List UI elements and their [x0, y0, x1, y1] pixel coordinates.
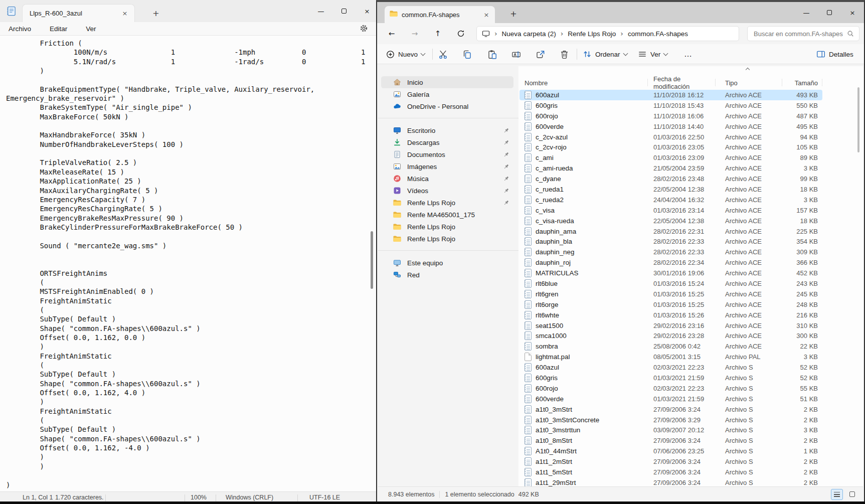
table-row[interactable]: 600verde 11/10/2018 14:40 Archivo ACE 49…: [520, 121, 822, 132]
menu-ver[interactable]: Ver: [84, 24, 98, 34]
sidebar-item[interactable]: Documentos: [381, 148, 513, 160]
sidebar-item[interactable]: OneDrive - Personal: [381, 100, 513, 112]
sidebar-item[interactable]: Imágenes: [381, 160, 513, 173]
table-row[interactable]: 600gris 01/03/2021 21:59 Archivo S 52 KB: [520, 373, 822, 383]
table-row[interactable]: 600azul 02/03/2021 22:23 Archivo S 52 KB: [520, 362, 822, 373]
sidebar-item[interactable]: Renfe Llps Rojo: [381, 197, 513, 209]
close-button[interactable]: ×: [841, 2, 864, 23]
paste-button[interactable]: [483, 46, 501, 62]
notepad-document-tab[interactable]: Llps_R-600_3azul ×: [22, 4, 135, 22]
breadcrumb-item[interactable]: common.FA-shapes: [625, 29, 691, 39]
menu-archivo[interactable]: Archivo: [7, 24, 33, 34]
table-row[interactable]: sombra 25/08/2006 0:42 Archivo ACE 22 KB: [520, 341, 822, 352]
column-header-type[interactable]: Tipo: [715, 79, 782, 87]
zoom-level[interactable]: 100%: [191, 494, 207, 501]
minimize-button[interactable]: —: [795, 2, 818, 23]
table-row[interactable]: c_2cv-azul 01/03/2016 22:50 Archivo ACE …: [520, 132, 822, 142]
refresh-button[interactable]: [452, 26, 469, 41]
table-row[interactable]: 600rojo 02/03/2021 22:23 Archivo S 55 KB: [520, 383, 822, 394]
table-row[interactable]: MATRICULAS 30/01/2016 19:06 Archivo ACE …: [520, 268, 822, 278]
search-box[interactable]: [747, 26, 859, 41]
table-row[interactable]: c_ami 01/03/2016 23:09 Archivo ACE 89 KB: [520, 152, 822, 163]
menu-editar[interactable]: Editar: [48, 24, 69, 34]
table-row[interactable]: a1t0_3mStrtConcrete 27/09/2006 3:29 Arch…: [520, 415, 822, 425]
table-row[interactable]: lightmat.pal 08/05/2001 3:15 Archivo PAL…: [520, 352, 822, 362]
new-button[interactable]: Nuevo: [382, 46, 429, 62]
search-input[interactable]: [748, 30, 847, 38]
table-row[interactable]: A1t0_44mStrt 07/06/2006 23:25 Archivo S …: [520, 446, 822, 456]
breadcrumb[interactable]: ›Nueva carpeta (2)›Renfe Llps Rojo›commo…: [476, 26, 739, 41]
share-button[interactable]: [532, 46, 549, 62]
table-row[interactable]: rlt6orge 01/03/2016 15:25 Archivo ACE 24…: [520, 299, 822, 310]
table-row[interactable]: seat1500 29/02/2016 23:16 Archivo ACE 31…: [520, 320, 822, 331]
sidebar-item[interactable]: Renfe MA465001_175: [381, 209, 513, 221]
table-row[interactable]: c_ami-rueda 21/05/2004 23:59 Archivo ACE…: [520, 163, 822, 174]
search-icon[interactable]: [847, 30, 854, 37]
sidebar-item[interactable]: Música: [381, 173, 513, 185]
sidebar-item[interactable]: Inicio: [381, 76, 513, 88]
notepad-titlebar[interactable]: Llps_R-600_3azul × + — ×: [0, 0, 379, 22]
details-pane-button[interactable]: Detalles: [812, 46, 857, 62]
line-ending-type[interactable]: Windows (CRLF): [226, 494, 273, 501]
breadcrumb-item[interactable]: Renfe Llps Rojo: [565, 29, 619, 39]
table-row[interactable]: 600verde 01/03/2021 21:59 Archivo S 51 K…: [520, 394, 822, 404]
table-row[interactable]: c_visa 01/03/2016 23:14 Archivo ACE 157 …: [520, 205, 822, 216]
table-row[interactable]: 600gris 11/10/2018 15:43 Archivo ACE 550…: [520, 100, 822, 111]
maximize-button[interactable]: [332, 0, 356, 22]
explorer-tabbar[interactable]: common.FA-shapes × + — ×: [377, 2, 864, 23]
new-tab-button[interactable]: +: [506, 7, 521, 20]
table-row[interactable]: a1t0_3mStrt 27/09/2006 3:24 Archivo S 2 …: [520, 404, 822, 415]
rename-button[interactable]: [507, 46, 525, 62]
table-row[interactable]: a1t0_3mstrttun 03/09/2007 20:12 Archivo …: [520, 425, 822, 436]
encoding[interactable]: UTF-16 LE: [309, 494, 340, 501]
table-row[interactable]: c_rueda1 22/05/2004 12:38 Archivo ACE 18…: [520, 184, 822, 195]
sidebar-item[interactable]: Galería: [381, 88, 513, 100]
details-view-toggle[interactable]: [831, 489, 843, 500]
explorer-folder-tab[interactable]: common.FA-shapes ×: [385, 6, 495, 23]
column-header-size[interactable]: Tamaño: [782, 79, 822, 87]
breadcrumb-item[interactable]: Nueva carpeta (2): [499, 29, 559, 39]
sidebar-item[interactable]: Escritorio: [381, 124, 513, 136]
table-row[interactable]: c_rueda2 24/04/2004 16:32 Archivo ACE 3 …: [520, 195, 822, 205]
table-row[interactable]: a1t1_2mStrt 27/09/2006 3:24 Archivo S 2 …: [520, 456, 822, 467]
sidebar-item[interactable]: Renfe Llps Rojo: [381, 233, 513, 245]
cut-button[interactable]: [434, 46, 452, 62]
sort-button[interactable]: Ordenar: [579, 46, 631, 62]
notepad-vertical-scrollbar[interactable]: [371, 231, 373, 289]
table-row[interactable]: dauphin_bla 28/02/2016 22:33 Archivo ACE…: [520, 236, 822, 247]
view-button[interactable]: Ver: [634, 46, 671, 62]
sidebar-item[interactable]: Renfe Llps Rojo: [381, 221, 513, 233]
table-row[interactable]: c_dyane 28/02/2016 23:48 Archivo ACE 99 …: [520, 174, 822, 184]
sidebar-item[interactable]: Vídeos: [381, 185, 513, 197]
notepad-text-area[interactable]: Friction ( 100N/m/s 1 -1mph 0 1 5.1N/rad…: [0, 35, 379, 491]
table-row[interactable]: c_2cv-rojo 01/03/2016 23:05 Archivo ACE …: [520, 142, 822, 152]
maximize-button[interactable]: [818, 2, 841, 23]
forward-button[interactable]: →: [406, 26, 423, 41]
table-row[interactable]: a1t0_8mStrt 27/09/2006 3:24 Archivo S 2 …: [520, 435, 822, 446]
column-header-name[interactable]: Nombre: [520, 79, 647, 87]
file-list-scrollbar[interactable]: [857, 87, 859, 152]
table-row[interactable]: a1t1_5mStrt 27/09/2006 3:24 Archivo S 2 …: [520, 467, 822, 477]
table-row[interactable]: dauphin_neg 28/02/2016 22:33 Archivo ACE…: [520, 247, 822, 257]
sidebar-item[interactable]: Este equipo: [381, 257, 513, 269]
sidebar-item[interactable]: Red: [381, 269, 513, 281]
up-button[interactable]: ↑: [429, 26, 446, 41]
table-row[interactable]: 600azul 11/10/2018 16:12 Archivo ACE 493…: [520, 90, 822, 100]
column-header-date[interactable]: Fecha de modificación: [647, 75, 715, 90]
close-button[interactable]: ×: [356, 0, 379, 22]
new-tab-button[interactable]: +: [149, 7, 162, 19]
more-options-button[interactable]: …: [680, 46, 697, 62]
table-row[interactable]: dauphin_ama 28/02/2016 22:31 Archivo ACE…: [520, 226, 822, 237]
settings-gear-icon[interactable]: [360, 24, 368, 35]
table-row[interactable]: rlt6gren 01/03/2016 15:25 Archivo ACE 24…: [520, 289, 822, 299]
tab-close-icon[interactable]: ×: [119, 8, 130, 19]
table-row[interactable]: c_visa-rueda 22/05/2004 12:38 Archivo AC…: [520, 216, 822, 226]
copy-button[interactable]: [458, 46, 476, 62]
table-row[interactable]: rlt6blue 01/03/2016 15:24 Archivo ACE 24…: [520, 278, 822, 289]
this-pc-monitor-icon[interactable]: [482, 30, 490, 38]
table-row[interactable]: dauphin_roj 28/02/2016 22:34 Archivo ACE…: [520, 257, 822, 268]
tab-close-icon[interactable]: ×: [481, 9, 492, 20]
delete-button[interactable]: [556, 46, 573, 62]
table-row[interactable]: 600rojo 11/10/2018 16:06 Archivo ACE 487…: [520, 111, 822, 121]
large-icons-view-toggle[interactable]: [846, 489, 858, 500]
